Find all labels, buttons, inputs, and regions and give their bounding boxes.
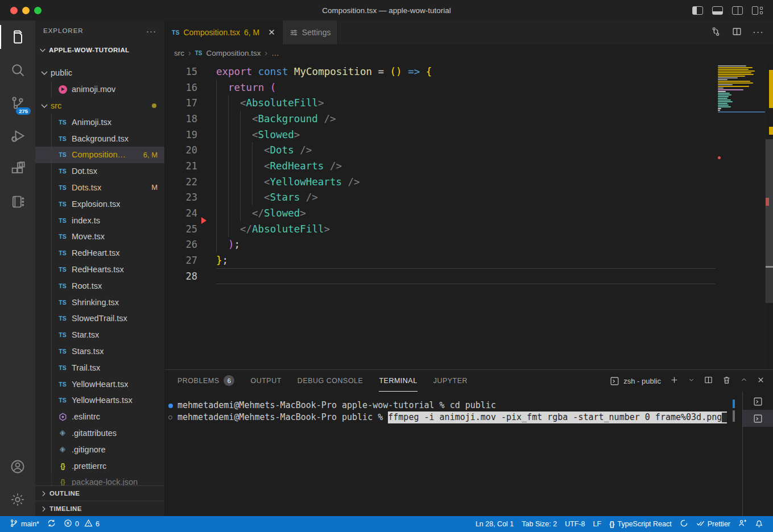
tree-file-stars-tsx[interactable]: TSStars.tsx (35, 343, 164, 360)
toggle-secondary-sidebar-icon[interactable] (732, 6, 743, 15)
toggle-sidebar-icon[interactable] (692, 6, 703, 15)
notebook-icon[interactable] (0, 185, 35, 218)
code-line-26[interactable]: 26); (165, 237, 716, 253)
tree-file-background-tsx[interactable]: TSBackground.tsx (35, 130, 164, 147)
project-root-header[interactable]: APPLE-WOW-TUTORIAL (35, 41, 164, 59)
tree-file-package-lock-json[interactable]: {}package-lock.json (35, 474, 164, 485)
tree-file-dot-tsx[interactable]: TSDot.tsx (35, 163, 164, 180)
breadcrumb-symbol[interactable]: … (271, 49, 279, 57)
overview-ruler[interactable] (765, 61, 773, 369)
editor-more-actions-icon[interactable]: ··· (753, 27, 764, 38)
terminal-viewport[interactable]: mehmetademi@Mehmets-MacBook-Pro apple-wo… (165, 392, 742, 516)
sync-status[interactable] (43, 516, 60, 532)
notifications[interactable] (751, 516, 767, 532)
code-line-18[interactable]: 18<Background /> (165, 111, 716, 127)
terminal-dropdown-icon[interactable] (688, 376, 695, 386)
panel-tab-terminal[interactable]: TERMINAL (379, 370, 417, 392)
indentation[interactable]: Tab Size: 2 (518, 516, 561, 532)
panel-tab-problems[interactable]: PROBLEMS6 (177, 370, 234, 392)
panel-tab-output[interactable]: OUTPUT (250, 370, 281, 392)
customize-layout-icon[interactable] (752, 6, 763, 15)
code-line-16[interactable]: 16return ( (165, 80, 716, 95)
tree-file-explosion-tsx[interactable]: TSExplosion.tsx (35, 196, 164, 212)
tree-file-animoji-tsx[interactable]: TSAnimoji.tsx (35, 114, 164, 130)
tree-file-yellowhearts-tsx[interactable]: TSYellowHearts.tsx (35, 392, 164, 409)
run-debug-icon[interactable] (0, 119, 35, 152)
open-changes-icon[interactable] (710, 26, 721, 39)
tree-file-yellowheart-tsx[interactable]: TSYellowHeart.tsx (35, 376, 164, 392)
ts-loading[interactable] (676, 516, 692, 532)
language-mode[interactable]: {}TypeScript React (605, 516, 676, 532)
prettier-status[interactable]: Prettier (692, 516, 734, 532)
tree-file-slowedtrail-tsx[interactable]: TSSlowedTrail.tsx (35, 310, 164, 327)
extensions-icon[interactable] (0, 152, 35, 185)
code-line-23[interactable]: 23<Stars /> (165, 190, 716, 206)
breadcrumb-file[interactable]: Composition.tsx (206, 49, 261, 57)
tree-file-redhearts-tsx[interactable]: TSRedHearts.tsx (35, 261, 164, 278)
tree-file-index-ts[interactable]: TSindex.ts (35, 212, 164, 228)
toggle-panel-icon[interactable] (712, 6, 723, 15)
tree-file-dots-tsx[interactable]: TSDots.tsxM (35, 180, 164, 196)
split-terminal-icon[interactable] (704, 375, 713, 387)
explorer-icon[interactable] (0, 20, 35, 53)
code-line-21[interactable]: 21<RedHearts /> (165, 158, 716, 174)
tree-file-animoji-mov[interactable]: animoji.mov (35, 81, 164, 98)
tree-folder-public[interactable]: public (35, 65, 164, 81)
close-panel-icon[interactable] (757, 376, 765, 386)
eol[interactable]: LF (589, 516, 606, 532)
editor-tab-composition-tsx[interactable]: TSComposition.tsx6, M✕ (165, 20, 283, 44)
outline-section-header[interactable]: OUTLINE (35, 485, 164, 501)
split-editor-icon[interactable] (731, 26, 742, 39)
code-line-22[interactable]: 22<YellowHearts /> (165, 174, 716, 190)
account-icon[interactable] (0, 450, 35, 483)
zoom-window-button[interactable] (34, 7, 42, 14)
tree-file-move-tsx[interactable]: TSMove.tsx (35, 228, 164, 245)
code-line-19[interactable]: 19<Slowed> (165, 127, 716, 143)
code-line-24[interactable]: 24</Slowed> (165, 205, 716, 221)
close-tab-icon[interactable]: ✕ (268, 27, 275, 38)
code-editor[interactable]: 15export const MyComposition = () => {16… (165, 61, 773, 369)
kill-terminal-icon[interactable] (722, 375, 731, 387)
tree-file--gitignore[interactable]: .gitignore (35, 441, 164, 458)
tree-file--eslintrc[interactable]: .eslintrc (35, 409, 164, 425)
terminal-line[interactable]: mehmetademi@Mehmets-MacBook-Pro apple-wo… (168, 400, 742, 412)
cursor-position[interactable]: Ln 28, Col 1 (472, 516, 518, 532)
tree-file-shrinking-tsx[interactable]: TSShrinking.tsx (35, 294, 164, 310)
encoding[interactable]: UTF-8 (561, 516, 589, 532)
maximize-panel-icon[interactable] (740, 376, 748, 386)
minimap[interactable] (716, 61, 765, 369)
terminal-instance-tab-active[interactable] (743, 410, 773, 427)
code-line-15[interactable]: 15export const MyComposition = () => { (165, 64, 716, 80)
tree-file-redheart-tsx[interactable]: TSRedHeart.tsx (35, 245, 164, 261)
feedback[interactable] (734, 516, 751, 532)
code-line-20[interactable]: 20<Dots /> (165, 142, 716, 158)
new-terminal-icon[interactable] (669, 375, 679, 387)
settings-gear-icon[interactable] (0, 483, 35, 516)
code-line-17[interactable]: 17<AbsoluteFill> (165, 95, 716, 111)
panel-tab-jupyter[interactable]: JUPYTER (433, 370, 468, 392)
tree-file-trail-tsx[interactable]: TSTrail.tsx (35, 359, 164, 376)
tree-file--prettierrc[interactable]: {}.prettierrc (35, 458, 164, 474)
tree-file-root-tsx[interactable]: TSRoot.tsx (35, 277, 164, 294)
terminal-shell-selector[interactable]: zsh - public (610, 376, 661, 386)
tree-file--gitattributes[interactable]: .gitattributes (35, 425, 164, 442)
source-control-icon[interactable]: 275 (0, 86, 35, 119)
code-line-25[interactable]: 25</AbsoluteFill> (165, 221, 716, 237)
close-window-button[interactable] (10, 7, 18, 14)
tree-file-star-tsx[interactable]: TSStar.tsx (35, 327, 164, 343)
explorer-more-actions-icon[interactable]: ··· (146, 26, 156, 36)
editor-tab-settings[interactable]: Settings (283, 20, 338, 44)
code-line-28[interactable]: 28 (165, 268, 716, 284)
minimize-window-button[interactable] (22, 7, 30, 14)
panel-tab-debug-console[interactable]: DEBUG CONSOLE (297, 370, 363, 392)
git-branch-status[interactable]: main* (6, 516, 43, 532)
breadcrumb-src[interactable]: src (174, 49, 184, 57)
timeline-section-header[interactable]: TIMELINE (35, 501, 164, 516)
search-icon[interactable] (0, 53, 35, 86)
tree-file-composition-tsx[interactable]: TSComposition.tsx6, M (35, 147, 164, 163)
terminal-line[interactable]: mehmetademi@Mehmets-MacBook-Pro public %… (168, 412, 742, 423)
problems-status[interactable]: 06 (60, 516, 104, 532)
tree-folder-src[interactable]: src (35, 98, 164, 114)
code-line-27[interactable]: 27}; (165, 252, 716, 268)
terminal-instance-tab[interactable] (743, 393, 773, 410)
